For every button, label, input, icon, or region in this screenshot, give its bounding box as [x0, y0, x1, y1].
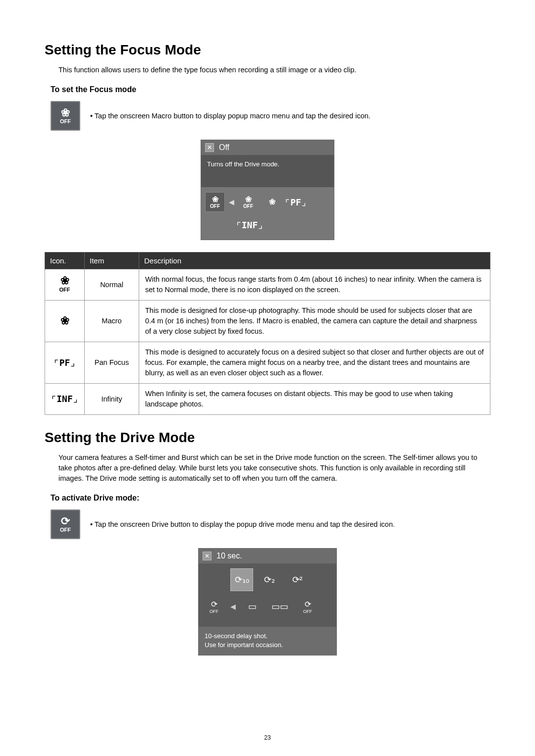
focus-option-macro[interactable]: ❀ — [262, 192, 282, 212]
subheading-focus: To set the Focus mode — [51, 85, 490, 94]
chevron-left-icon: ◀ — [229, 198, 234, 206]
item-panfocus: Pan Focus — [85, 342, 139, 384]
drive-desc-line1: 10-second delay shot. — [205, 632, 330, 641]
drive-desc-line2: Use for important occasion. — [205, 641, 330, 650]
inf-icon: ⌜INF⌟ — [51, 394, 78, 404]
table-row: ⌜INF⌟ Infinity When Infinity is set, the… — [45, 384, 490, 415]
intro-focus: This function allows users to define the… — [58, 65, 490, 75]
drive-popup-title: 10 sec. — [216, 552, 242, 560]
heading-focus-mode: Setting the Focus Mode — [45, 42, 490, 58]
intro-drive: Your camera features a Self-timer and Bu… — [58, 453, 490, 484]
close-icon[interactable]: ✕ — [203, 552, 212, 560]
desc-panfocus: This mode is designed to accurately focu… — [139, 342, 490, 384]
focus-option-normal[interactable]: ❀OFF — [238, 192, 258, 212]
macro-off-label: OFF — [60, 118, 71, 124]
pf-icon: ⌜PF⌟ — [54, 357, 75, 368]
focus-option-pf[interactable]: ⌜PF⌟ — [286, 192, 306, 212]
th-icon: Icon. — [45, 252, 85, 269]
drive-option-off-right[interactable]: ⟳OFF — [296, 595, 319, 618]
item-macro: Macro — [85, 301, 139, 342]
th-item: Item — [85, 252, 139, 269]
drive-option-10sec[interactable]: ⟳₁₀ — [230, 568, 253, 591]
drive-option-2sec[interactable]: ⟳₂ — [258, 568, 281, 591]
focus-popup-title: Off — [219, 143, 229, 152]
focus-popup: ✕ Off Turns off the Drive mode. ❀OFF ◀ ❀… — [201, 140, 334, 240]
drive-option-burst[interactable]: ▭ — [241, 595, 264, 618]
macro-off-button-icon: ❀ OFF — [51, 101, 80, 131]
desc-macro: This mode is designed for close-up photo… — [139, 301, 490, 342]
focus-option-inf[interactable]: ⌜INF⌟ — [240, 215, 260, 235]
heading-drive-mode: Setting the Drive Mode — [45, 430, 490, 446]
th-desc: Description — [139, 252, 490, 269]
close-icon[interactable]: ✕ — [205, 143, 214, 152]
timer-icon: ⟳ — [61, 516, 70, 527]
focus-popup-body: Turns off the Drive mode. — [201, 155, 334, 187]
drive-off-label: OFF — [60, 527, 71, 533]
subheading-drive: To activate Drive mode: — [51, 494, 490, 503]
focus-option-off[interactable]: ❀OFF — [205, 192, 225, 212]
page-number: 23 — [0, 734, 535, 741]
flower-off-icon: ❀OFF — [59, 275, 70, 294]
flower-icon: ❀ — [60, 315, 69, 326]
drive-popup: ✕ 10 sec. ⟳₁₀ ⟳₂ ⟳² ⟳OFF ◀ ▭ ▭▭ ⟳OFF 10-… — [198, 548, 337, 655]
desc-infinity: When Infinity is set, the camera focuses… — [139, 384, 490, 415]
drive-option-double[interactable]: ⟳² — [286, 568, 309, 591]
flower-icon: ❀ — [61, 107, 70, 118]
item-infinity: Infinity — [85, 384, 139, 415]
table-row: ❀ Macro This mode is designed for close-… — [45, 301, 490, 342]
drive-instruction: Tap the onscreen Drive button to display… — [90, 520, 395, 528]
item-normal: Normal — [85, 269, 139, 301]
focus-mode-table: Icon. Item Description ❀OFF Normal With … — [45, 252, 490, 415]
drive-off-button-icon: ⟳ OFF — [51, 509, 80, 539]
table-row: ❀OFF Normal With normal focus, the focus… — [45, 269, 490, 301]
drive-option-off-left[interactable]: ⟳OFF — [203, 595, 225, 618]
table-row: ⌜PF⌟ Pan Focus This mode is designed to … — [45, 342, 490, 384]
focus-instruction: Tap the onscreen Macro button to display… — [90, 112, 371, 120]
drive-option-speedburst[interactable]: ▭▭ — [268, 595, 291, 618]
desc-normal: With normal focus, the focus range start… — [139, 269, 490, 301]
chevron-left-icon: ◀ — [230, 603, 236, 610]
